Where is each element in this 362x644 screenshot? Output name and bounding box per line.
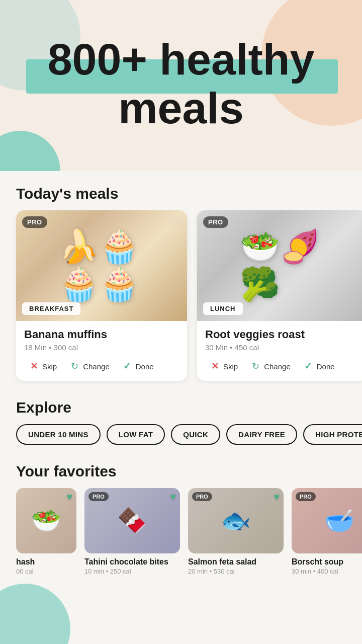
change-label-lunch: Change bbox=[264, 362, 291, 371]
done-icon-breakfast: ✓ bbox=[122, 361, 133, 372]
meal-card-img-lunch: PRO LUNCH bbox=[197, 210, 362, 321]
skip-label-lunch: Skip bbox=[223, 362, 238, 371]
meals-scroll[interactable]: PRO ♡ BREAKFAST Banana muffins 18 Min • … bbox=[0, 210, 362, 385]
done-button-breakfast[interactable]: ✓ Done bbox=[118, 359, 158, 374]
change-button-breakfast[interactable]: ↻ Change bbox=[65, 359, 114, 374]
fav-card-img-tahini: 🍫 PRO ♥ bbox=[84, 488, 180, 553]
fav-card-img-hash: 🥗 ♥ bbox=[16, 488, 76, 553]
fav-heart-salmon: ♥ bbox=[274, 491, 280, 503]
fav-pro-badge-borscht: PRO bbox=[296, 492, 316, 501]
heart-button-breakfast[interactable]: ♡ bbox=[170, 215, 181, 229]
done-label-lunch: Done bbox=[317, 362, 335, 371]
done-button-lunch[interactable]: ✓ Done bbox=[299, 359, 339, 374]
hero-title-line1: 800+ healthy bbox=[48, 34, 315, 84]
skip-label-breakfast: Skip bbox=[42, 362, 57, 371]
chip-highprotein[interactable]: HIGH PROTEIN bbox=[303, 424, 362, 445]
hero-title-line2: meals bbox=[118, 83, 244, 133]
fav-name-hash: hash bbox=[16, 557, 76, 567]
fav-card-tahini: 🍫 PRO ♥ Tahini chocolate bites 10 min • … bbox=[84, 488, 180, 575]
main-content: Today's meals PRO ♡ BREAKFAST Banana muf… bbox=[0, 171, 362, 599]
hero-section: 800+ healthy meals bbox=[0, 0, 362, 171]
chip-lowfat[interactable]: LOW FAT bbox=[107, 424, 165, 445]
hero-shape-bl bbox=[0, 131, 60, 171]
fav-card-img-borscht: 🥣 PRO bbox=[292, 488, 362, 553]
fav-name-tahini: Tahini chocolate bites bbox=[84, 557, 180, 567]
meal-card-lunch: PRO LUNCH Root veggies roast 30 Min • 45… bbox=[197, 210, 362, 381]
pro-badge-lunch: PRO bbox=[203, 216, 228, 228]
fav-pro-badge-salmon: PRO bbox=[192, 492, 212, 501]
meal-card-img-breakfast: PRO ♡ BREAKFAST bbox=[16, 210, 187, 321]
skip-button-lunch[interactable]: ✕ Skip bbox=[205, 359, 242, 374]
meal-meta-lunch: 30 Min • 450 cal bbox=[205, 343, 360, 352]
pro-badge-breakfast: PRO bbox=[22, 216, 47, 228]
change-button-lunch[interactable]: ↻ Change bbox=[246, 359, 295, 374]
meal-actions-lunch: ✕ Skip ↻ Change ✓ Done bbox=[205, 359, 360, 374]
meal-type-badge-breakfast: BREAKFAST bbox=[22, 302, 80, 315]
change-icon-lunch: ↻ bbox=[250, 361, 261, 372]
meal-name-lunch: Root veggies roast bbox=[205, 328, 360, 341]
change-label-breakfast: Change bbox=[83, 362, 110, 371]
fav-meta-hash: 00 cal bbox=[16, 568, 76, 575]
fav-card-salmon: 🐟 PRO ♥ Salmon feta salad 20 min • 530 c… bbox=[188, 488, 284, 575]
todays-meals-title: Today's meals bbox=[0, 171, 362, 210]
chip-dairyfree[interactable]: DAIRY FREE bbox=[226, 424, 297, 445]
explore-chips: UNDER 10 MINS LOW FAT QUICK DAIRY FREE H… bbox=[0, 424, 362, 449]
chip-quick[interactable]: QUICK bbox=[171, 424, 220, 445]
chip-under10mins[interactable]: UNDER 10 MINS bbox=[16, 424, 101, 445]
meal-card-body-lunch: Root veggies roast 30 Min • 450 cal ✕ Sk… bbox=[197, 321, 362, 381]
skip-icon-lunch: ✕ bbox=[209, 361, 220, 372]
fav-pro-badge-tahini: PRO bbox=[88, 492, 109, 501]
meal-card-body-breakfast: Banana muffins 18 Min • 300 cal ✕ Skip ↻… bbox=[16, 321, 187, 381]
fav-heart-tahini: ♥ bbox=[170, 491, 176, 503]
fav-meta-tahini: 10 min • 250 cal bbox=[84, 568, 180, 575]
fav-meta-borscht: 30 min • 400 cal bbox=[292, 568, 362, 575]
done-icon-lunch: ✓ bbox=[303, 361, 314, 372]
fav-card-borscht: 🥣 PRO Borscht soup 30 min • 400 cal bbox=[292, 488, 362, 575]
fav-meta-salmon: 20 min • 530 cal bbox=[188, 568, 284, 575]
meal-actions-breakfast: ✕ Skip ↻ Change ✓ Done bbox=[24, 359, 179, 374]
favorites-title: Your favorites bbox=[0, 449, 362, 488]
meal-type-badge-lunch: LUNCH bbox=[203, 302, 243, 315]
change-icon-breakfast: ↻ bbox=[69, 361, 80, 372]
meal-name-breakfast: Banana muffins bbox=[24, 328, 179, 341]
skip-button-breakfast[interactable]: ✕ Skip bbox=[24, 359, 61, 374]
favorites-scroll[interactable]: 🥗 ♥ hash 00 cal 🍫 PRO ♥ Tahini chocolate… bbox=[0, 488, 362, 579]
fav-card-hash: 🥗 ♥ hash 00 cal bbox=[16, 488, 76, 575]
meal-card-breakfast: PRO ♡ BREAKFAST Banana muffins 18 Min • … bbox=[16, 210, 187, 381]
explore-title: Explore bbox=[0, 385, 362, 424]
fav-name-borscht: Borscht soup bbox=[292, 557, 362, 567]
fav-heart-hash: ♥ bbox=[66, 491, 72, 503]
done-label-breakfast: Done bbox=[136, 362, 154, 371]
hero-title: 800+ healthy meals bbox=[0, 35, 362, 133]
meal-meta-breakfast: 18 Min • 300 cal bbox=[24, 343, 179, 352]
skip-icon-breakfast: ✕ bbox=[28, 361, 39, 372]
fav-name-salmon: Salmon feta salad bbox=[188, 557, 284, 567]
fav-card-img-salmon: 🐟 PRO ♥ bbox=[188, 488, 284, 553]
